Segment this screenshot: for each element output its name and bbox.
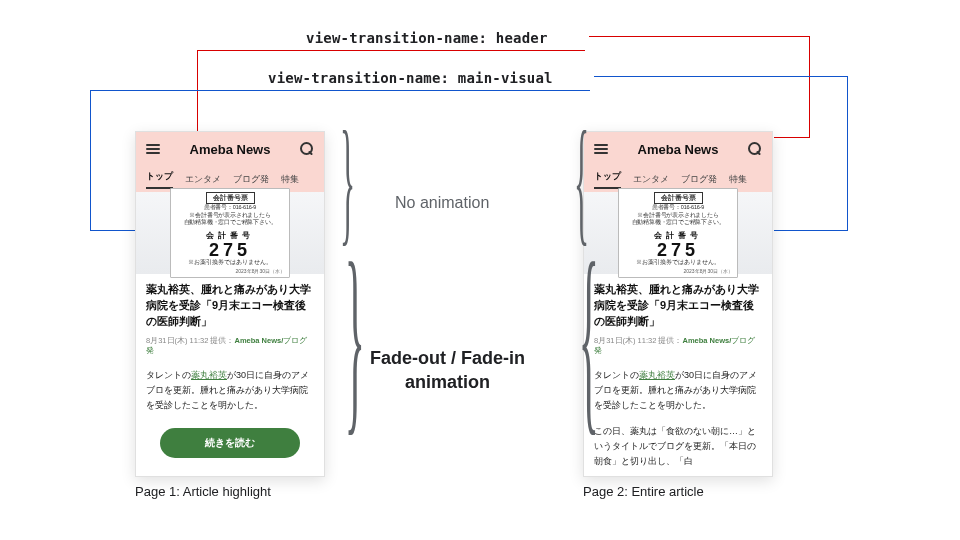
ticket-note: ※お薬引換券ではありません。 — [636, 259, 720, 267]
connector-red — [774, 137, 810, 138]
ticket-date: 2023年8月30日（水） — [684, 268, 733, 275]
menu-icon[interactable] — [146, 144, 160, 154]
ticket-title: 会計番号票 — [654, 192, 703, 204]
code-label-main-visual: view-transition-name: main-visual — [268, 70, 553, 86]
ticket-title: 会計番号票 — [206, 192, 255, 204]
annotation-fade-line1: Fade-out / Fade-in — [370, 346, 525, 370]
ticket-date: 2023年8月30日（水） — [236, 268, 285, 275]
ticket-card: 会計番号票 患者番号：016-616-9 ※会計番号が表示されましたら 自動精算… — [170, 188, 290, 278]
code-label-header: view-transition-name: header — [306, 30, 548, 46]
tab-feature[interactable]: 特集 — [281, 173, 299, 186]
article-section: 薬丸裕英、腫れと痛みがあり大学病院を受診「9月末エコー検査後の医師判断」 8月3… — [584, 274, 772, 477]
body-prefix: タレントの — [594, 370, 639, 380]
connector-blue — [90, 90, 590, 91]
body-prefix: タレントの — [146, 370, 191, 380]
brand-title: Ameba News — [638, 142, 719, 157]
body-name-link[interactable]: 薬丸裕英 — [639, 370, 675, 380]
read-more-button[interactable]: 続きを読む — [160, 428, 300, 458]
tab-entame[interactable]: エンタメ — [633, 173, 669, 186]
meta-provider: 提供： — [210, 336, 234, 345]
tab-top[interactable]: トップ — [146, 170, 173, 189]
meta-source: Ameba News/ — [234, 336, 283, 345]
connector-red — [809, 36, 810, 137]
article-extra: この日、薬丸は「食欲のない朝に…」というタイトルでブログを更新。「本日の朝食」と… — [594, 424, 762, 470]
tab-blog[interactable]: ブログ発 — [681, 173, 717, 186]
ticket-number: 275 — [657, 241, 699, 259]
meta-provider: 提供： — [658, 336, 682, 345]
tab-blog[interactable]: ブログ発 — [233, 173, 269, 186]
search-icon[interactable] — [300, 142, 314, 156]
app-header: Ameba News トップ エンタメ ブログ発 特集 — [584, 132, 772, 192]
phone-page1: Ameba News トップ エンタメ ブログ発 特集 会計番号票 患者番号：0… — [135, 131, 325, 477]
tab-feature[interactable]: 特集 — [729, 173, 747, 186]
menu-icon[interactable] — [594, 144, 608, 154]
annotation-fade: Fade-out / Fade-in animation — [370, 346, 525, 395]
annotation-fade-line2: animation — [370, 370, 525, 394]
body-name-link[interactable]: 薬丸裕英 — [191, 370, 227, 380]
main-visual: 会計番号票 患者番号：016-616-9 ※会計番号が表示されましたら 自動精算… — [136, 192, 324, 274]
ticket-number: 275 — [209, 241, 251, 259]
article-body: タレントの薬丸裕英が30日に自身のアメブロを更新。腫れと痛みがあり大学病院を受診… — [594, 368, 762, 414]
connector-red — [589, 36, 810, 37]
article-title: 薬丸裕英、腫れと痛みがあり大学病院を受診「9月末エコー検査後の医師判断」 — [594, 282, 762, 330]
article-section: 薬丸裕英、腫れと痛みがあり大学病院を受診「9月末エコー検査後の医師判断」 8月3… — [136, 274, 324, 466]
ticket-sub: 自動精算機・窓口でご精算下さい。 — [632, 219, 725, 227]
meta-source: Ameba News/ — [682, 336, 731, 345]
ticket-note: ※お薬引換券ではありません。 — [188, 259, 272, 267]
search-icon[interactable] — [748, 142, 762, 156]
article-meta: 8月31日(木) 11:32 提供：Ameba News/ブログ発 — [146, 336, 314, 356]
brand-title: Ameba News — [190, 142, 271, 157]
article-title: 薬丸裕英、腫れと痛みがあり大学病院を受診「9月末エコー検査後の医師判断」 — [146, 282, 314, 330]
phone-page2: Ameba News トップ エンタメ ブログ発 特集 会計番号票 患者番号：0… — [583, 131, 773, 477]
connector-blue — [774, 230, 848, 231]
ticket-sub: 患者番号：016-616-9 — [652, 204, 704, 212]
tab-entame[interactable]: エンタメ — [185, 173, 221, 186]
connector-blue — [594, 76, 848, 77]
connector-blue — [90, 230, 136, 231]
caption-page2: Page 2: Entire article — [583, 484, 704, 499]
connector-blue — [847, 76, 848, 230]
connector-blue — [90, 90, 91, 230]
article-meta: 8月31日(木) 11:32 提供：Ameba News/ブログ発 — [594, 336, 762, 356]
main-visual: 会計番号票 患者番号：016-616-9 ※会計番号が表示されましたら 自動精算… — [584, 192, 772, 274]
annotation-no-animation: No animation — [395, 194, 489, 212]
connector-red — [197, 50, 585, 51]
ticket-sub: 自動精算機・窓口でご精算下さい。 — [184, 219, 277, 227]
meta-datetime: 8月31日(木) 11:32 — [594, 336, 656, 345]
brace-bottom-left-p2: { — [579, 216, 599, 458]
meta-datetime: 8月31日(木) 11:32 — [146, 336, 208, 345]
tab-top[interactable]: トップ — [594, 170, 621, 189]
caption-page1: Page 1: Article highlight — [135, 484, 271, 499]
article-body: タレントの薬丸裕英が30日に自身のアメブロを更新。腫れと痛みがあり大学病院を受診… — [146, 368, 314, 414]
ticket-sub: 患者番号：016-616-9 — [204, 204, 256, 212]
ticket-card: 会計番号票 患者番号：016-616-9 ※会計番号が表示されましたら 自動精算… — [618, 188, 738, 278]
app-header: Ameba News トップ エンタメ ブログ発 特集 — [136, 132, 324, 192]
connector-red — [197, 50, 198, 132]
brace-bottom-right-p1: } — [345, 216, 365, 458]
